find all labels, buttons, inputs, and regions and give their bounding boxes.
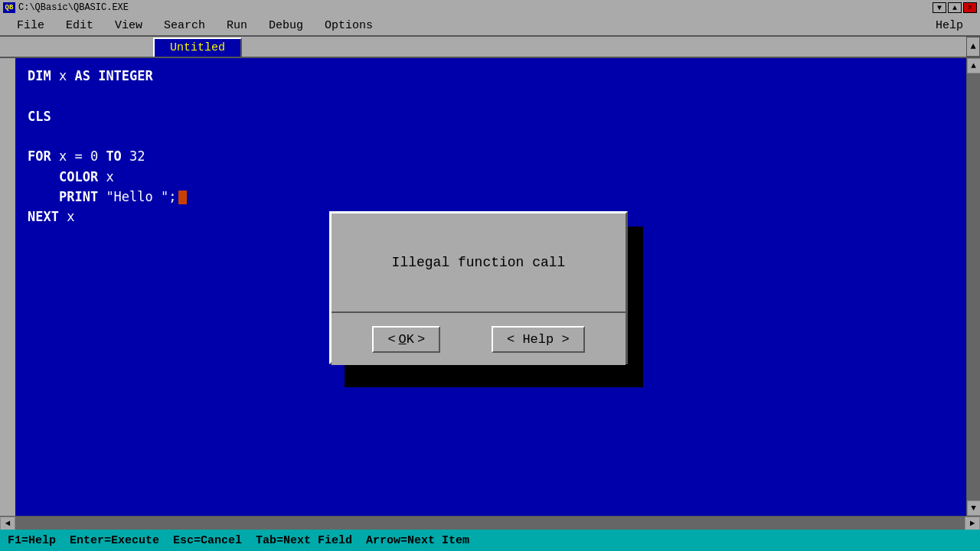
scroll-right-arrow[interactable]: ▲ xyxy=(966,37,980,57)
ok-label: OK xyxy=(399,332,414,347)
close-button[interactable]: × xyxy=(963,2,977,13)
left-bar xyxy=(0,58,15,516)
tab-bar: Untitled ▲ xyxy=(0,37,980,58)
menu-run[interactable]: Run xyxy=(216,16,258,35)
code-editor[interactable]: DIM x AS INTEGER CLS FOR x = 0 TO 32 COL… xyxy=(15,58,966,516)
scrollbar-top-right: ▲ xyxy=(966,37,980,57)
main-area: DIM x AS INTEGER CLS FOR x = 0 TO 32 COL… xyxy=(0,58,980,516)
menu-edit[interactable]: Edit xyxy=(55,16,104,35)
scrollbar-track-horizontal xyxy=(15,517,965,530)
menu-bar: File Edit View Search Run Debug Options … xyxy=(0,15,980,37)
maximize-button[interactable]: ▲ xyxy=(948,2,962,13)
dialog-message: Illegal function call xyxy=(392,255,566,270)
scroll-right-button[interactable]: ► xyxy=(965,517,980,530)
dialog-message-area: Illegal function call xyxy=(332,214,626,313)
dialog-buttons: < OK > < Help > xyxy=(332,313,626,365)
status-enter: Enter=Execute xyxy=(70,534,173,547)
bottom-scrollbar: ◄ ► xyxy=(0,516,980,530)
minimize-button[interactable]: ▼ xyxy=(933,2,946,13)
menu-file[interactable]: File xyxy=(6,16,55,35)
menu-search[interactable]: Search xyxy=(153,16,216,35)
active-tab[interactable]: Untitled xyxy=(153,37,242,57)
code-content: DIM x AS INTEGER CLS FOR x = 0 TO 32 COL… xyxy=(28,66,954,227)
ok-button[interactable]: < OK > xyxy=(372,326,440,353)
menu-help[interactable]: Help xyxy=(925,16,974,35)
error-dialog[interactable]: Illegal function call < OK > < Help > xyxy=(329,211,628,364)
ok-left-arrow: < xyxy=(387,332,395,347)
scroll-down-button[interactable]: ▼ xyxy=(967,500,981,516)
scroll-left-button[interactable]: ◄ xyxy=(0,517,15,530)
title-bar-left: QB C:\QBasic\QBASIC.EXE xyxy=(3,2,129,13)
status-esc: Esc=Cancel xyxy=(173,534,256,547)
title-bar: QB C:\QBasic\QBASIC.EXE ▼ ▲ × xyxy=(0,0,980,15)
title-bar-controls: ▼ ▲ × xyxy=(933,2,977,13)
title-bar-title: C:\QBasic\QBASIC.EXE xyxy=(18,2,129,13)
status-f1: F1=Help xyxy=(8,534,70,547)
app-icon: QB xyxy=(3,2,15,13)
help-button[interactable]: < Help > xyxy=(492,326,585,353)
menu-view[interactable]: View xyxy=(104,16,153,35)
menu-options[interactable]: Options xyxy=(314,16,384,35)
scrollbar-track xyxy=(967,73,981,500)
ok-right-arrow: > xyxy=(417,332,425,347)
status-bar: F1=Help Enter=Execute Esc=Cancel Tab=Nex… xyxy=(0,530,980,551)
scroll-up-button[interactable]: ▲ xyxy=(967,58,981,73)
menu-debug[interactable]: Debug xyxy=(258,16,314,35)
status-tab: Tab=Next Field xyxy=(256,534,366,547)
text-cursor xyxy=(178,191,187,204)
help-label: < Help > xyxy=(507,332,570,347)
right-scrollbar: ▲ ▼ xyxy=(966,58,980,516)
status-arrow: Arrow=Next Item xyxy=(366,534,483,547)
